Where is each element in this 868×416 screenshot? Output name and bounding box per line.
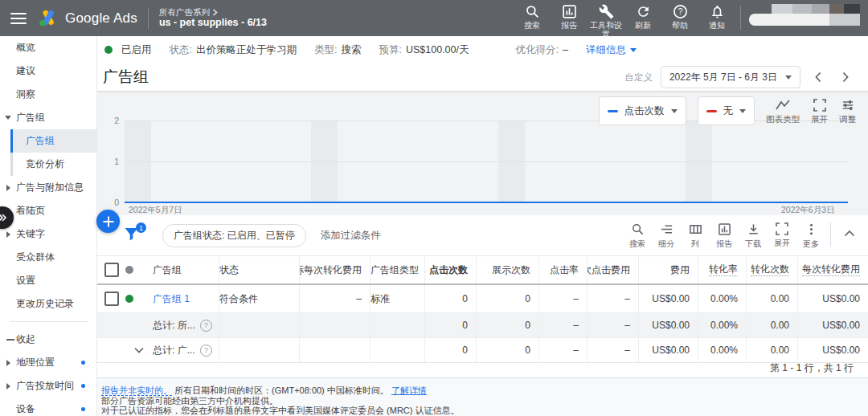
learn-more-link[interactable]: 了解详情	[391, 385, 427, 395]
sidebar-item-insights[interactable]: 洞察	[0, 83, 96, 106]
help-button[interactable]: ? 帮助	[661, 4, 698, 30]
pagination-status: 第 1 - 1 行，共 1 行	[96, 358, 868, 377]
sidebar-group-ad-groups[interactable]: 广告组	[0, 106, 96, 129]
chart-adjust-button[interactable]: 调整	[839, 96, 856, 125]
account-info-blurred[interactable]	[749, 4, 860, 27]
header-conv-rate[interactable]: 转化率	[698, 256, 746, 283]
add-button[interactable]	[96, 210, 120, 233]
breadcrumb-current[interactable]: us - pet supplies - 6/13	[159, 17, 267, 29]
sidebar-item-recommendations[interactable]: 建议	[0, 59, 96, 83]
google-ads-logo[interactable]: Google Ads	[38, 9, 137, 27]
total-label: 总计: 所...	[153, 319, 195, 332]
add-filter-button[interactable]: 添加过滤条件	[321, 229, 381, 243]
chart-expand-button[interactable]: 展开	[811, 96, 828, 125]
chevron-down-icon[interactable]	[134, 347, 144, 353]
status-value: 出价策略正处于学习期	[196, 43, 297, 57]
type-value: 搜索	[341, 43, 361, 57]
filter-button[interactable]: 1	[124, 226, 141, 244]
filter-chip[interactable]: 广告组状态: 已启用、已暂停	[162, 224, 306, 247]
sidebar-collapse-button[interactable]: 收起	[0, 328, 96, 351]
header-type[interactable]: 广告组类型	[370, 256, 424, 283]
next-period-button[interactable]	[836, 67, 855, 87]
cell-avg-cpc: –	[587, 285, 638, 312]
total-ctr: –	[538, 313, 587, 337]
help-circle-icon[interactable]: ?	[200, 345, 212, 357]
header-status[interactable]: 状态	[219, 256, 299, 283]
header-avg-cpc[interactable]: 平均每次点击费用	[587, 256, 638, 283]
tools-settings-button[interactable]: 工具和设置	[588, 4, 624, 37]
table-reports-button[interactable]: 报告	[710, 221, 739, 250]
sidebar-item-label: 竞价分析	[26, 157, 64, 171]
sidebar-item-landing-pages[interactable]: 着陆页	[0, 199, 96, 222]
header-cost-per-conv[interactable]: 每次转化费用	[797, 256, 868, 283]
date-range-selector[interactable]: 2022年 5月 7日 - 6月 3日	[661, 66, 800, 88]
collapse-table-button[interactable]	[837, 221, 862, 245]
more-button[interactable]: 更多	[796, 221, 825, 250]
topbar-actions: 搜索 报告 工具和设置 刷新 ? 帮助 通知	[514, 0, 868, 36]
sidebar-item-devices[interactable]: 设备	[0, 398, 96, 416]
not-realtime-link[interactable]: 报告并非实时的。	[101, 385, 172, 396]
reports-icon	[718, 222, 731, 236]
sidebar-item-ads-extensions[interactable]: 广告与附加信息	[0, 176, 96, 199]
sort-descending-icon: ↓	[424, 264, 427, 275]
header-ctr[interactable]: 点击率	[538, 256, 587, 283]
table-row[interactable]: 广告组 1 符合条件 – 标准 0 0 – – US$0.00 0.00% 0.…	[96, 285, 868, 313]
chevron-down-icon	[5, 116, 11, 120]
sidebar-item-keywords[interactable]: 关键字	[0, 222, 96, 246]
header-target-cpa[interactable]: 目标每次转化费用	[299, 256, 370, 283]
enabled-dot-icon	[125, 295, 133, 303]
chart-controls: 点击次数 无 图表类型 展开 调整	[599, 96, 857, 125]
ad-group-link[interactable]: 广告组 1	[153, 292, 190, 306]
notification-dot	[81, 361, 85, 365]
total-conv-rate: 0.00%	[698, 313, 746, 337]
breadcrumb-parent[interactable]: 所有广告系列	[159, 7, 210, 18]
sidebar-item-locations[interactable]: 地理位置	[0, 351, 96, 374]
reports-button[interactable]: 报告	[551, 4, 588, 30]
row-checkbox[interactable]	[104, 292, 119, 306]
opt-score-value: –	[563, 44, 568, 55]
notification-dot	[81, 384, 85, 388]
breadcrumb[interactable]: 所有广告系列 us - pet supplies - 6/13	[159, 7, 267, 30]
refresh-button[interactable]: 刷新	[624, 4, 661, 30]
previous-period-button[interactable]	[809, 67, 828, 87]
sidebar-divider	[10, 321, 88, 322]
header-ad-group[interactable]: 广告组	[153, 256, 219, 283]
columns-button[interactable]: 列	[681, 221, 710, 250]
total-label: 总计: 广...	[153, 344, 195, 357]
help-circle-icon[interactable]: ?	[200, 320, 212, 332]
metric1-select[interactable]: 点击次数	[599, 96, 686, 125]
header-clicks-label: 点击次数	[429, 263, 468, 277]
breadcrumb-chevron-icon	[212, 9, 218, 16]
chart-type-button[interactable]: 图表类型	[766, 96, 800, 125]
header-cost[interactable]: 费用	[638, 256, 698, 283]
download-button[interactable]: 下载	[739, 221, 768, 250]
menu-icon[interactable]	[10, 13, 27, 24]
header-conversions[interactable]: 转化次数	[746, 256, 797, 283]
metric2-select[interactable]: 无	[698, 96, 755, 125]
total-clicks: 0	[424, 313, 476, 337]
sidebar-item-change-history[interactable]: 更改历史记录	[0, 292, 96, 316]
sidebar-item-ad-groups[interactable]: 广告组	[10, 129, 96, 153]
notifications-button[interactable]: 通知	[698, 4, 735, 30]
clicks-line	[125, 120, 848, 204]
sidebar-item-audiences[interactable]: 受众群体	[0, 246, 96, 269]
expand-icon	[776, 222, 788, 235]
search-icon	[525, 4, 540, 19]
sidebar-item-auction-insights[interactable]: 竞价分析	[10, 153, 96, 176]
line-chart-icon	[775, 99, 791, 112]
segment-button[interactable]: 细分	[652, 221, 681, 250]
table-expand-button[interactable]: 展开	[768, 221, 796, 249]
details-link[interactable]: 详细信息	[586, 43, 626, 57]
table-search-button[interactable]: 搜索	[623, 221, 652, 250]
search-button[interactable]: 搜索	[514, 4, 551, 30]
series-color-swatch	[706, 110, 717, 112]
header-impressions[interactable]: 展示次数	[476, 256, 538, 283]
sidebar-item-ad-schedule[interactable]: 广告投放时间	[0, 374, 96, 398]
header-clicks-sorted[interactable]: ↓点击次数	[424, 256, 476, 283]
chart-type-label: 图表类型	[766, 114, 800, 125]
sidebar-item-settings[interactable]: 设置	[0, 269, 96, 292]
refresh-icon	[636, 4, 651, 19]
select-all-checkbox[interactable]	[104, 263, 119, 277]
chevron-down-icon[interactable]	[630, 48, 637, 52]
sidebar-item-overview[interactable]: 概览	[0, 36, 96, 59]
